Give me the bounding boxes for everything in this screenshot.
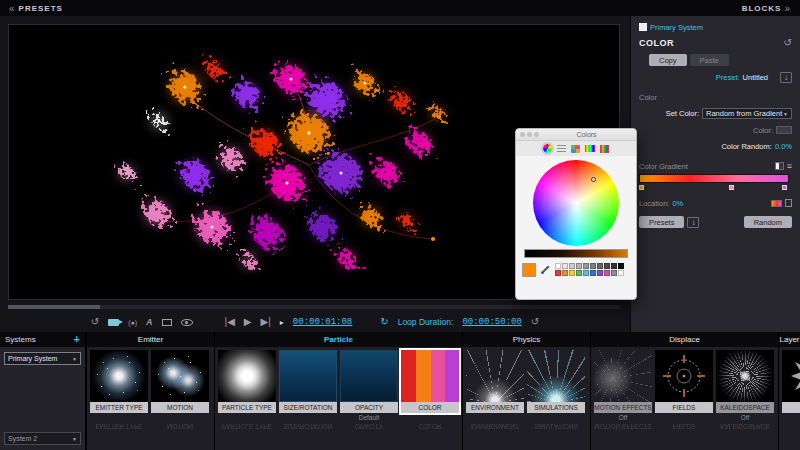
color-swatch[interactable]: [618, 263, 624, 269]
color-swatch[interactable]: [597, 263, 603, 269]
brightness-slider[interactable]: [524, 249, 628, 258]
color-wheel[interactable]: [533, 160, 619, 246]
copy-button[interactable]: Copy: [649, 54, 687, 66]
gradient-stop-handle[interactable]: [639, 185, 644, 190]
gradient-presets-drop-button[interactable]: ↓: [687, 217, 699, 228]
color-swatch[interactable]: [590, 263, 596, 269]
window-zoom-button[interactable]: [534, 132, 539, 137]
location-value[interactable]: 0%: [672, 199, 683, 208]
tile-opacity[interactable]: OPACITY Default OPACITY: [340, 350, 398, 450]
color-swatch[interactable]: [555, 263, 561, 269]
gradient-bw-toggle-icon[interactable]: [775, 162, 784, 170]
gradient-preview-icon[interactable]: [771, 200, 782, 207]
tile-kaleidospace[interactable]: KALEIDOSPACE Off KALEIDOSPACE: [716, 350, 774, 450]
color-crayons-tab-icon[interactable]: [600, 145, 609, 153]
color-sliders-tab-icon[interactable]: [557, 145, 566, 153]
copy-gradient-icon[interactable]: [785, 199, 792, 207]
blocks-label: BLOCKS: [742, 4, 782, 13]
eyedropper-icon[interactable]: [540, 263, 551, 275]
color-swatch[interactable]: [569, 270, 575, 276]
color-swatch[interactable]: [576, 263, 582, 269]
gradient-stop-handle[interactable]: [729, 185, 734, 190]
category-header-physics[interactable]: Physics: [463, 332, 590, 347]
color-swatch[interactable]: [569, 263, 575, 269]
color-swatch[interactable]: [562, 270, 568, 276]
blocks-panel-toggle[interactable]: BLOCKS »: [742, 3, 794, 14]
environment-thumbnail: [466, 350, 524, 402]
eye-icon[interactable]: [181, 319, 193, 326]
paste-button[interactable]: Paste: [690, 54, 729, 66]
gradient-menu-icon[interactable]: ≡: [787, 162, 792, 171]
tile-color[interactable]: COLOR COLOR: [401, 350, 459, 450]
stereo-icon[interactable]: (●): [128, 319, 137, 326]
category-header-displace[interactable]: Displace: [591, 332, 778, 347]
play-button[interactable]: ▶: [244, 317, 252, 327]
tile-label-reflection: SIZE/ROTATION: [279, 422, 337, 431]
viewport-scrollbar-thumb[interactable]: [8, 305, 100, 309]
window-minimize-button[interactable]: [527, 132, 532, 137]
color-spectrum-tab-icon[interactable]: [585, 145, 595, 152]
colors-window-titlebar[interactable]: Colors: [516, 129, 636, 141]
system-2-select[interactable]: System 2 ▼: [4, 432, 81, 445]
color-swatch[interactable]: [576, 270, 582, 276]
timecode-field[interactable]: 00:00:01:08: [293, 317, 352, 327]
loop-icon[interactable]: ↻: [380, 317, 388, 327]
color-swatch[interactable]: [562, 263, 568, 269]
colors-window[interactable]: Colors: [515, 128, 637, 300]
category-header-particle[interactable]: Particle: [215, 332, 462, 347]
preset-value[interactable]: Untitled: [743, 73, 768, 82]
reset-view-icon[interactable]: ↺: [91, 317, 99, 327]
category-header-layer[interactable]: Layer: [779, 332, 800, 347]
tile-layer[interactable]: LAYER LAYER: [782, 350, 800, 450]
tile-size-rotation[interactable]: SIZE/ROTATION SIZE/ROTATION: [279, 350, 337, 450]
color-swatch[interactable]: [597, 270, 603, 276]
color-swatch[interactable]: [555, 270, 561, 276]
camera-icon[interactable]: [108, 319, 119, 326]
color-swatch[interactable]: [604, 263, 610, 269]
tile-emitter-type[interactable]: EMITTER TYPE EMITTER TYPE: [90, 350, 148, 450]
primary-system-select[interactable]: Primary System ▼: [4, 352, 81, 365]
gradient-stop-handle[interactable]: [782, 185, 787, 190]
tile-label-reflection: PARTICLE TYPE: [218, 422, 276, 431]
fit-frame-icon[interactable]: [162, 319, 172, 326]
tile-label-reflection: LAYER: [782, 422, 800, 431]
previous-frame-button[interactable]: |◀: [225, 317, 235, 327]
set-color-dropdown[interactable]: Random from Gradient ▼: [702, 108, 792, 119]
panel-reset-icon[interactable]: ↺: [784, 38, 792, 48]
color-swatch[interactable]: [618, 270, 624, 276]
top-bar: « PRESETS BLOCKS »: [0, 0, 800, 16]
random-button[interactable]: Random: [744, 216, 792, 228]
current-color-swatch[interactable]: [522, 263, 536, 277]
color-wheel-tab-icon[interactable]: [543, 144, 552, 153]
tile-simulations[interactable]: SIMULATIONS SIMULATIONS: [527, 350, 585, 450]
tile-fields[interactable]: FIELDS FIELDS: [655, 350, 713, 450]
text-overlay-icon[interactable]: A: [146, 318, 153, 327]
tile-particle-type[interactable]: PARTICLE TYPE PARTICLE TYPE: [218, 350, 276, 450]
gradient-bar[interactable]: [639, 174, 789, 183]
tile-motion-effects[interactable]: MOTION EFFECTS Off MOTION EFFECTS: [594, 350, 652, 450]
next-frame-button[interactable]: ▶|: [261, 317, 271, 327]
tile-environment[interactable]: ENVIRONMENT ENVIRONMENT: [466, 350, 524, 450]
color-random-value[interactable]: 0.0%: [775, 142, 792, 151]
category-header-emitter[interactable]: Emitter: [87, 332, 214, 347]
color-swatch[interactable]: [611, 270, 617, 276]
color-swatch[interactable]: [583, 263, 589, 269]
tile-label-reflection: OPACITY: [340, 422, 398, 431]
save-preset-button[interactable]: ↓: [780, 72, 792, 83]
add-system-button[interactable]: +: [74, 334, 80, 345]
window-close-button[interactable]: [520, 132, 525, 137]
color-swatch[interactable]: [604, 270, 610, 276]
loop-reset-icon[interactable]: ↺: [531, 317, 539, 327]
presets-panel-toggle[interactable]: « PRESETS: [6, 3, 63, 14]
tile-motion[interactable]: MOTION MOTION: [151, 350, 209, 450]
color-swatch[interactable]: [590, 270, 596, 276]
color-swatch[interactable]: [611, 263, 617, 269]
color-wheel-cursor[interactable]: [591, 177, 596, 182]
color-palette-tab-icon[interactable]: [571, 145, 580, 153]
color-swatch[interactable]: [583, 270, 589, 276]
gradient-presets-button[interactable]: Presets: [639, 216, 684, 228]
viewport-scrollbar[interactable]: [8, 305, 620, 309]
primary-system-checkbox[interactable]: [639, 23, 647, 31]
category-emitter: Emitter EMITTER TYPE EMITTER TYPE MOTION…: [86, 332, 214, 450]
loop-duration-field[interactable]: 00:00:50:00: [462, 317, 521, 327]
